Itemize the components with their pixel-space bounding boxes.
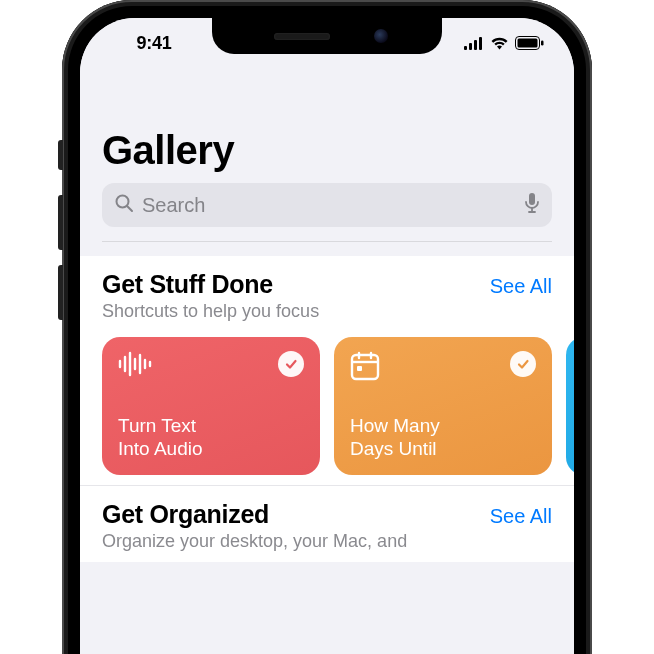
page-title: Gallery [102, 128, 552, 173]
shortcut-card-label: How Many Days Until [350, 415, 536, 461]
shortcut-card-label: Turn Text Into Audio [118, 415, 304, 461]
svg-line-8 [127, 206, 132, 211]
search-icon [114, 193, 134, 217]
section-title: Get Stuff Done [102, 270, 490, 299]
volume-down-button [58, 265, 63, 320]
checkmark-badge-icon [510, 351, 536, 377]
phone-device-frame: 9:41 [62, 0, 592, 654]
shortcut-card-how-many-days-until[interactable]: How Many Days Until [334, 337, 552, 475]
calendar-icon [350, 351, 380, 381]
svg-rect-5 [518, 39, 538, 48]
header-divider [102, 241, 552, 242]
notch [212, 18, 442, 54]
section-subtitle: Shortcuts to help you focus [102, 300, 490, 323]
battery-icon [515, 36, 544, 50]
waveform-icon [118, 351, 152, 377]
content-area: Get Stuff Done Shortcuts to help you foc… [80, 256, 574, 562]
see-all-link[interactable]: See All [490, 275, 552, 298]
front-camera [374, 29, 388, 43]
phone-screen: 9:41 [80, 18, 574, 654]
see-all-link[interactable]: See All [490, 505, 552, 528]
section-subtitle: Organize your desktop, your Mac, and [102, 530, 490, 553]
microphone-icon[interactable] [524, 192, 540, 218]
search-input[interactable]: Search [102, 183, 552, 227]
cellular-signal-icon [464, 37, 484, 50]
svg-rect-19 [352, 355, 378, 379]
svg-rect-0 [464, 46, 467, 50]
svg-rect-3 [479, 37, 482, 50]
wifi-icon [490, 36, 509, 50]
status-time: 9:41 [114, 33, 194, 54]
header-area: Gallery Search [80, 68, 574, 256]
shortcut-card-turn-text-into-audio[interactable]: Turn Text Into Audio [102, 337, 320, 475]
svg-rect-1 [469, 43, 472, 50]
shortcut-card-row[interactable]: Turn Text Into Audio [102, 337, 574, 475]
svg-rect-23 [357, 366, 362, 371]
search-placeholder: Search [142, 194, 516, 217]
side-button [58, 140, 63, 170]
section-get-organized: Get Organized Organize your desktop, you… [80, 486, 574, 563]
section-title: Get Organized [102, 500, 490, 529]
checkmark-badge-icon [278, 351, 304, 377]
svg-rect-2 [474, 40, 477, 50]
section-get-stuff-done: Get Stuff Done Shortcuts to help you foc… [80, 256, 574, 486]
speaker [274, 33, 330, 40]
svg-rect-6 [541, 41, 544, 46]
volume-up-button [58, 195, 63, 250]
shortcut-card-peek[interactable] [566, 337, 574, 475]
svg-rect-9 [529, 193, 535, 205]
